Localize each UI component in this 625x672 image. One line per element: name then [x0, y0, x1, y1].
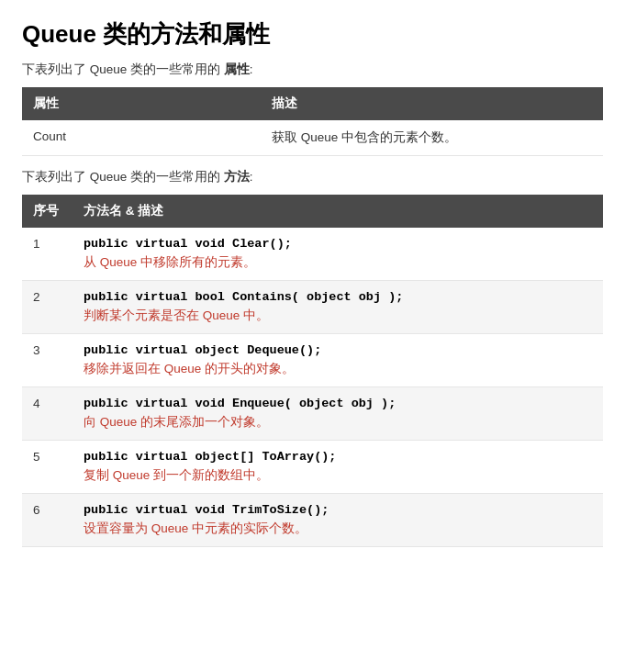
method-signature: public virtual object Dequeue(); — [84, 343, 592, 357]
props-col-header-prop: 属性 — [22, 87, 261, 120]
method-details: public virtual void TrimToSize(); 设置容量为 … — [73, 494, 603, 547]
methods-col-header-num: 序号 — [22, 195, 73, 228]
method-description: 从 Queue 中移除所有的元素。 — [84, 255, 256, 269]
props-intro: 下表列出了 Queue 类的一些常用的 属性: — [22, 62, 603, 78]
props-intro-plain: 下表列出了 Queue 类的一些常用的 — [22, 62, 224, 76]
methods-intro-bold: 方法 — [224, 170, 250, 184]
method-signature: public virtual void Enqueue( object obj … — [84, 397, 592, 410]
method-signature: public virtual bool Contains( object obj… — [84, 290, 592, 304]
table-row: 6 public virtual void TrimToSize(); 设置容量… — [22, 494, 603, 547]
methods-table-header-row: 序号 方法名 & 描述 — [22, 195, 603, 228]
method-num: 3 — [22, 334, 73, 387]
methods-intro-plain: 下表列出了 Queue 类的一些常用的 — [22, 170, 224, 184]
props-table-header-row: 属性 描述 — [22, 87, 603, 120]
props-col-header-desc: 描述 — [261, 87, 603, 120]
method-details: public virtual bool Contains( object obj… — [73, 281, 603, 334]
method-num: 2 — [22, 281, 73, 334]
page-title: Queue 类的方法和属性 — [22, 18, 603, 50]
prop-desc: 获取 Queue 中包含的元素个数。 — [261, 120, 603, 156]
props-intro-bold: 属性 — [224, 62, 250, 76]
method-num: 4 — [22, 387, 73, 441]
prop-name: Count — [22, 120, 261, 156]
method-details: public virtual void Clear(); 从 Queue 中移除… — [73, 228, 603, 281]
table-row: 3 public virtual object Dequeue(); 移除并返回… — [22, 334, 603, 387]
methods-intro: 下表列出了 Queue 类的一些常用的 方法: — [22, 169, 603, 185]
methods-col-header-desc: 方法名 & 描述 — [73, 195, 603, 228]
method-description: 向 Queue 的末尾添加一个对象。 — [84, 415, 269, 429]
method-description: 判断某个元素是否在 Queue 中。 — [84, 308, 269, 322]
method-description: 复制 Queue 到一个新的数组中。 — [84, 468, 269, 482]
table-row: Count 获取 Queue 中包含的元素个数。 — [22, 120, 603, 156]
method-signature: public virtual void Clear(); — [84, 237, 592, 251]
method-description: 设置容量为 Queue 中元素的实际个数。 — [84, 521, 307, 535]
method-num: 6 — [22, 494, 73, 547]
method-details: public virtual object[] ToArray(); 复制 Qu… — [73, 441, 603, 494]
methods-table: 序号 方法名 & 描述 1 public virtual void Clear(… — [22, 195, 603, 547]
method-details: public virtual object Dequeue(); 移除并返回在 … — [73, 334, 603, 387]
method-num: 5 — [22, 441, 73, 494]
method-signature: public virtual object[] ToArray(); — [84, 450, 592, 464]
table-row: 2 public virtual bool Contains( object o… — [22, 281, 603, 334]
table-row: 4 public virtual void Enqueue( object ob… — [22, 387, 603, 441]
method-description: 移除并返回在 Queue 的开头的对象。 — [84, 362, 295, 375]
table-row: 5 public virtual object[] ToArray(); 复制 … — [22, 441, 603, 494]
method-signature: public virtual void TrimToSize(); — [84, 503, 592, 517]
method-details: public virtual void Enqueue( object obj … — [73, 387, 603, 441]
props-table: 属性 描述 Count 获取 Queue 中包含的元素个数。 — [22, 87, 603, 156]
method-num: 1 — [22, 228, 73, 281]
table-row: 1 public virtual void Clear(); 从 Queue 中… — [22, 228, 603, 281]
